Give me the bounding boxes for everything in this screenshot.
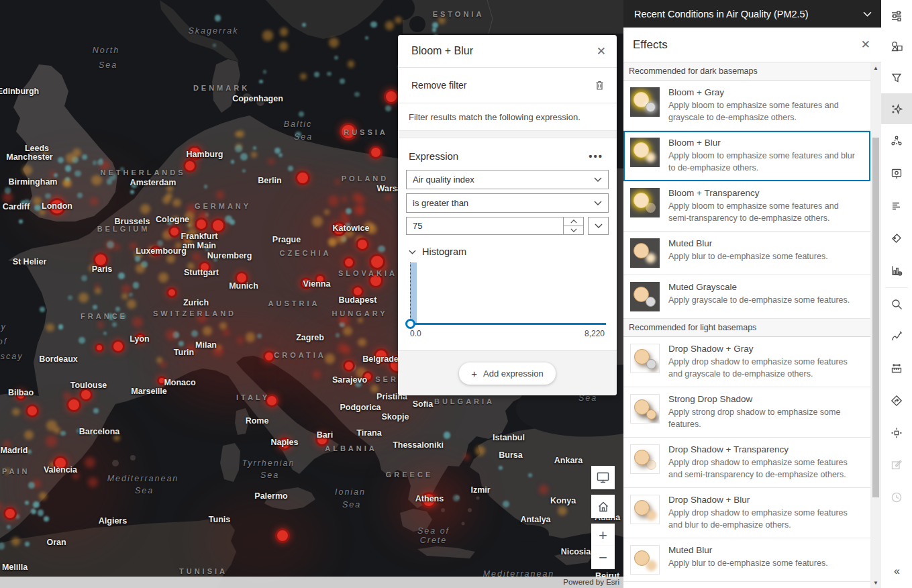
effects-section-header: Recommended for light basemaps — [623, 319, 870, 337]
dialog-header: Bloom + Blur ✕ — [398, 35, 617, 68]
toolbar-time-button[interactable] — [881, 482, 912, 513]
high-value-marker — [53, 456, 68, 471]
effect-description: Apply drop shadow to emphasize some feat… — [668, 457, 858, 481]
high-value-marker — [150, 246, 161, 256]
chevron-down-icon — [594, 177, 602, 182]
high-value-marker — [369, 254, 385, 270]
toolbar-coordinates-button[interactable] — [881, 418, 912, 448]
high-value-marker — [421, 492, 437, 508]
edit-icon — [891, 458, 903, 471]
close-icon[interactable]: ✕ — [861, 39, 870, 50]
data-point — [175, 242, 182, 249]
toolbar-filter-button[interactable] — [881, 62, 912, 93]
effect-option-muted-grayscale[interactable]: Muted Grayscale Apply grayscale to de-em… — [623, 275, 870, 319]
toolbar-labels-button[interactable] — [881, 223, 912, 254]
zoom-in-button[interactable]: + — [591, 524, 615, 547]
effect-option-drop-shadow-blur[interactable]: Drop Shadow + Blur Apply drop shadow to … — [623, 488, 870, 538]
layer-selector[interactable]: Recent Conditions in Air Quality (PM2.5) — [623, 0, 881, 28]
value-stepper[interactable] — [563, 217, 583, 234]
stepper-down-icon[interactable] — [564, 226, 583, 234]
labels-icon — [891, 232, 903, 244]
remove-filter-button[interactable]: Remove filter — [398, 68, 617, 103]
scrollbar-thumb[interactable] — [872, 138, 879, 497]
high-value-marker — [135, 333, 146, 344]
effect-option-bloom-gray[interactable]: Bloom + Gray Apply bloom to emphasize so… — [623, 81, 870, 131]
data-point — [259, 80, 262, 83]
filter-icon — [891, 72, 903, 84]
data-point — [46, 436, 57, 447]
value-dropdown-button[interactable] — [588, 217, 609, 235]
trash-icon — [595, 80, 605, 91]
histogram-toggle[interactable]: Histogram — [409, 246, 609, 257]
effect-name: Bloom + Blur — [668, 138, 858, 148]
data-point — [68, 295, 72, 300]
effect-option-muted-blur[interactable]: Muted Blur Apply blur to de-emphasize so… — [623, 232, 870, 275]
data-point — [475, 446, 485, 456]
toolbar-search-button[interactable] — [881, 289, 912, 320]
histogram-chart — [410, 262, 606, 325]
data-point — [352, 193, 361, 201]
data-point — [19, 219, 22, 223]
panel-title: Effects — [633, 38, 668, 52]
effect-option-muted-blur[interactable]: Muted Blur Apply blur to de-emphasize so… — [623, 538, 870, 582]
expression-section: Expression ••• Air quality index is grea… — [398, 138, 617, 338]
value-input[interactable] — [407, 217, 563, 234]
expression-options-icon[interactable]: ••• — [589, 150, 603, 162]
toolbar-collapse-button[interactable]: « — [881, 556, 912, 587]
data-point — [63, 392, 70, 399]
high-value-marker — [111, 340, 125, 353]
toolbar-properties-button[interactable] — [881, 0, 912, 31]
toolbar-aggregation-button[interactable] — [881, 126, 912, 157]
high-value-marker — [95, 343, 104, 352]
toolbar-directions-button[interactable] — [881, 385, 912, 416]
zoom-out-button[interactable]: − — [591, 546, 615, 569]
data-point — [185, 211, 195, 222]
histogram-slider-track[interactable] — [410, 323, 606, 325]
field-select[interactable]: Air quality index — [406, 170, 609, 189]
data-point — [44, 516, 49, 522]
coordinates-icon — [891, 427, 903, 439]
scroll-down-icon[interactable]: ▼ — [870, 577, 881, 588]
high-value-marker — [183, 159, 197, 173]
toolbar-styles-button[interactable] — [881, 31, 912, 62]
operator-select[interactable]: is greater than — [406, 193, 609, 213]
scroll-up-icon[interactable]: ▲ — [870, 62, 881, 73]
data-point — [172, 216, 180, 224]
toolbar-edit-button[interactable] — [881, 449, 912, 480]
data-point — [378, 246, 385, 253]
effect-description: Apply drop shadow to emphasize some feat… — [668, 356, 858, 380]
high-value-marker — [275, 528, 290, 543]
settings-toolbar: « — [881, 0, 912, 588]
stepper-up-icon[interactable] — [564, 217, 583, 226]
data-point — [240, 153, 248, 160]
histogram-slider-handle[interactable] — [405, 319, 415, 329]
scrollbar[interactable]: ▲ ▼ — [870, 62, 881, 588]
data-point — [60, 431, 66, 436]
effect-thumbnail-icon — [630, 545, 660, 575]
toolbar-popups-button[interactable] — [881, 158, 912, 189]
effect-thumbnail-icon — [630, 188, 660, 217]
high-value-marker — [211, 218, 225, 233]
toolbar-effects-button[interactable] — [881, 93, 912, 124]
effect-option-bloom-blur[interactable]: Bloom + Blur Apply bloom to emphasize so… — [623, 131, 870, 181]
toolbar-charts-button[interactable] — [881, 255, 912, 286]
high-value-marker — [315, 433, 329, 446]
effect-option-drop-shadow-transparency[interactable]: Drop Shadow + Transparency Apply drop sh… — [623, 438, 870, 488]
effect-name: Muted Blur — [668, 545, 828, 555]
effect-option-strong-drop-shadow[interactable]: Strong Drop Shadow Apply strong drop sha… — [623, 387, 870, 438]
toolbar-sketch-button[interactable] — [881, 321, 912, 352]
data-point — [74, 170, 81, 177]
effect-option-muted-grayscale[interactable]: Muted Grayscale Apply grayscale to de-em… — [623, 582, 870, 588]
home-button[interactable] — [591, 495, 615, 518]
add-expression-button[interactable]: + Add expression — [459, 362, 555, 385]
toolbar-fields-button[interactable] — [881, 191, 912, 222]
effect-option-bloom-transparency[interactable]: Bloom + Transparency Apply bloom to emph… — [623, 181, 870, 232]
close-icon[interactable]: ✕ — [597, 46, 606, 57]
data-point — [85, 457, 95, 468]
high-value-marker — [199, 261, 211, 273]
data-point — [89, 264, 96, 272]
effect-option-drop-shadow-gray[interactable]: Drop Shadow + Gray Apply drop shadow to … — [623, 337, 870, 387]
toolbar-measure-button[interactable] — [881, 353, 912, 384]
data-point — [121, 293, 128, 300]
fullscreen-button[interactable] — [591, 466, 615, 489]
